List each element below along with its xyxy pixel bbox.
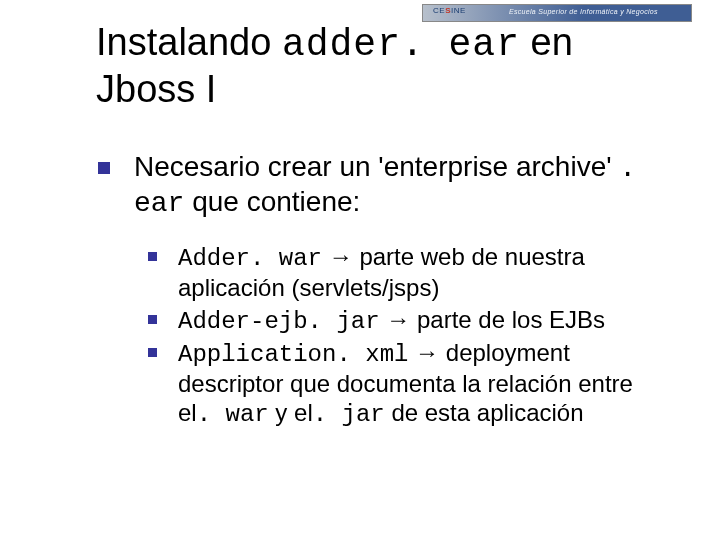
list-item: Adder-ejb. jar → parte de los EJBs [144,305,662,336]
square-bullet-icon [148,348,157,357]
arrow-icon: → [322,243,359,270]
item-code: Application. xml [178,341,408,368]
logo-right: INE [451,6,466,15]
item-text: parte de los EJBs [417,306,605,333]
main-post: que contiene: [184,186,360,217]
item-code3: . jar [313,401,385,428]
slide: CESINE Escuela Superior de Informática y… [0,0,720,540]
slide-body: Necesario crear un 'enterprise archive' … [92,150,662,432]
item-code: Adder-ejb. jar [178,308,380,335]
square-bullet-icon [98,162,110,174]
list-item: Application. xml → deployment descriptor… [144,338,662,430]
main-pre: Necesario crear un 'enterprise archive' [134,151,619,182]
sub-list: Adder. war → parte web de nuestra aplica… [144,242,662,430]
arrow-icon: → [408,339,445,366]
square-bullet-icon [148,315,157,324]
bullet-level1: Necesario crear un 'enterprise archive' … [92,150,662,220]
item-mid: y el [269,399,313,426]
item-text-post: de esta aplicación [385,399,584,426]
slide-title: Instalando adder. ear en Jboss I [96,20,656,111]
arrow-icon: → [380,306,417,333]
item-code: Adder. war [178,245,322,272]
title-code: adder. ear [282,23,520,66]
banner-tagline: Escuela Superior de Informática y Negoci… [509,8,658,15]
item-code2: . war [197,401,269,428]
title-pre: Instalando [96,21,282,63]
logo-left: CE [433,6,445,15]
list-item: Adder. war → parte web de nuestra aplica… [144,242,662,303]
logo: CESINE [433,6,466,15]
square-bullet-icon [148,252,157,261]
